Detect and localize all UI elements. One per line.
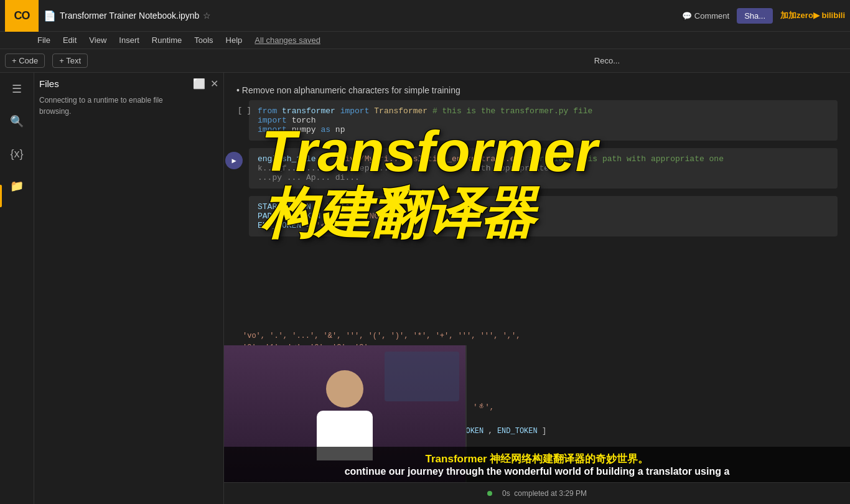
bilibili-badge: 加加zero▶ bilibili (780, 10, 845, 21)
sidebar-icon-files[interactable]: 📁 (6, 175, 28, 197)
code-line: ...py ... Ap... di... (258, 173, 829, 182)
bullet-cell: Remove non alphanumeric characters for s… (236, 80, 838, 100)
code-cell-3[interactable]: START_TOKEN = '<START>' PADDING_TOKEN = … (249, 196, 838, 236)
file-panel: Files ⬜ ✕ Connecting to a runtime to ena… (34, 73, 224, 504)
notebook-title[interactable]: Transformer Trainer Notebook.ipynb (60, 11, 199, 21)
cell-bracket-1: [ ] (238, 106, 251, 115)
toolbar: + Code + Text Reco... (0, 49, 850, 73)
comment-button[interactable]: 💬 Comment (682, 11, 729, 21)
menu-tools[interactable]: Tools (194, 35, 213, 45)
add-text-button[interactable]: + Text (52, 54, 88, 68)
file-panel-header: Files ⬜ ✕ (39, 78, 218, 90)
cells-area: Remove non alphanumeric characters for s… (224, 73, 850, 251)
webcam-person (224, 345, 465, 482)
code-line: START_TOKEN = '<START>' (258, 202, 829, 212)
webcam-overlay (224, 345, 467, 482)
menu-help[interactable]: Help (226, 35, 243, 45)
person-head (326, 370, 363, 408)
top-right-actions: 💬 Comment Sha... 加加zero▶ bilibili (682, 8, 845, 24)
notebook-icon: 📄 (44, 10, 56, 22)
code-cell-2[interactable]: ▶ english_file = 'drive/MyDri...anslatio… (249, 148, 838, 189)
colab-logo[interactable]: CO (5, 0, 39, 32)
code-line: 'vo', '.', '...', '&', ''', '(', ')', '*… (243, 330, 844, 342)
sidebar-icon-variables[interactable]: {x} (6, 142, 28, 165)
file-panel-icons: ⬜ ✕ (193, 78, 218, 90)
code-cell-1[interactable]: [ ] from transformer import Transformer … (249, 100, 838, 141)
code-line: import numpy as np (258, 125, 829, 134)
code-line: PADDING_TOKEN = '<PADDING>' (258, 212, 829, 221)
changes-saved: All changes saved (255, 35, 320, 45)
comment-icon: 💬 (682, 11, 692, 21)
code-line: k..._f... ...on ... repl... with appropr… (258, 164, 829, 173)
menu-file[interactable]: File (37, 35, 50, 45)
person-body (317, 411, 373, 460)
notebook-title-area: 📄 Transformer Trainer Notebook.ipynb ☆ (44, 10, 677, 22)
menu-bar: File Edit View Insert Runtime Tools Help… (0, 32, 850, 49)
main-layout: ☰ 🔍 {x} 📁 Files ⬜ ✕ Connecting to a runt… (0, 73, 850, 504)
status-bar: 0s completed at 3:29 PM (224, 482, 850, 504)
files-panel-title: Files (39, 78, 59, 89)
menu-view[interactable]: View (89, 35, 106, 45)
map-background (385, 352, 459, 401)
menu-edit[interactable]: Edit (63, 35, 77, 45)
plus-text-label: + Text (59, 56, 81, 65)
menu-runtime[interactable]: Runtime (152, 35, 182, 45)
sidebar-icon-menu[interactable]: ☰ (6, 78, 28, 100)
comment-label: Comment (694, 11, 729, 21)
notebook-content: Remove non alphanumeric characters for s… (224, 73, 850, 504)
code-line: from transformer import Transformer # th… (258, 106, 829, 116)
plus-code-label: + Code (12, 56, 38, 65)
share-button[interactable]: Sha... (737, 8, 773, 24)
sidebar-active-indicator (0, 185, 2, 207)
status-dot (487, 491, 492, 496)
top-bar: CO 📄 Transformer Trainer Notebook.ipynb … (0, 0, 850, 32)
sidebar: ☰ 🔍 {x} 📁 (0, 73, 34, 504)
sidebar-icon-search[interactable]: 🔍 (6, 110, 28, 133)
status-completed: completed at 3:29 PM (514, 489, 587, 498)
record-button[interactable]: Reco... (594, 56, 620, 65)
code-line: english_file = 'drive/MyDri...anslation_… (258, 154, 829, 164)
play-button[interactable]: ▶ (225, 152, 243, 169)
menu-insert[interactable]: Insert (119, 35, 139, 45)
new-folder-icon[interactable]: ⬜ (193, 78, 205, 90)
close-panel-icon[interactable]: ✕ (210, 78, 218, 90)
add-code-button[interactable]: + Code (5, 54, 45, 68)
code-line: import torch (258, 116, 829, 125)
code-line: END_TOKEN = '<END>' (258, 221, 829, 230)
status-time: 0s (502, 489, 510, 498)
file-panel-status: Connecting to a runtime to enable filebr… (39, 95, 218, 117)
status-text: 0s completed at 3:29 PM (502, 489, 587, 498)
star-icon[interactable]: ☆ (203, 11, 211, 21)
